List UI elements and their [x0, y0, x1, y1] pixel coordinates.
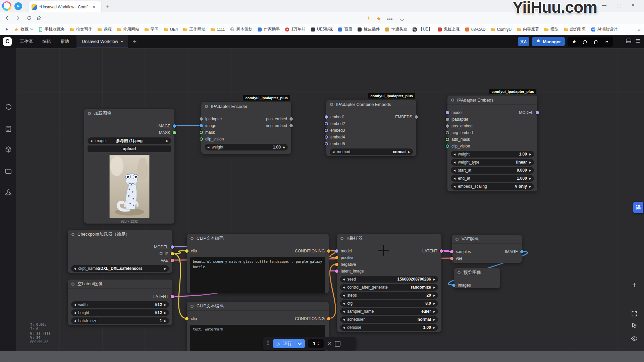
input-slot-model[interactable]: model: [340, 249, 352, 253]
workflow-tab[interactable]: Unsaved Workflow ●: [76, 35, 128, 48]
bottom-panel-toggle-icon[interactable]: [625, 38, 632, 46]
widget-control_after_generate[interactable]: ◀control_after_generaterandomize▶: [340, 284, 438, 291]
reload-icon[interactable]: [25, 14, 34, 22]
slot-dot-icon[interactable]: [446, 138, 449, 141]
bookmark-item[interactable]: 手机收藏夹: [38, 26, 65, 32]
slot-dot-icon[interactable]: [200, 131, 203, 134]
input-slot-embed1[interactable]: embed1: [330, 115, 345, 119]
input-slot-positive[interactable]: positive: [340, 255, 355, 260]
bookmark-item[interactable]: W【UE】: [412, 26, 432, 32]
widget-denoise[interactable]: ◀denoise1.00▶: [340, 324, 438, 331]
widget-method[interactable]: ◀methodconcat▶: [330, 148, 413, 155]
collapse-dot-icon[interactable]: [88, 112, 91, 115]
collapse-dot-icon[interactable]: [455, 238, 459, 241]
node-title[interactable]: 加载图像: [84, 109, 174, 118]
input-slot-images[interactable]: images: [458, 283, 471, 288]
queue-icon[interactable]: [4, 125, 12, 133]
input-slot-neg_embed[interactable]: neg_embed: [451, 130, 473, 135]
favorite-star-icon[interactable]: ★: [376, 15, 381, 22]
menu-workflow[interactable]: 工作流: [15, 35, 38, 48]
batch-count-stepper[interactable]: 1 ▲▼: [308, 339, 324, 348]
widget-left-arrow-icon[interactable]: ◀: [453, 153, 455, 156]
widget-prompt-text[interactable]: beautiful scenery nature glass bottle la…: [190, 257, 325, 293]
count-steppers[interactable]: ▲▼: [317, 342, 319, 346]
slot-dot-icon[interactable]: [200, 137, 203, 141]
widget-end_at[interactable]: ◀end_at1.000▶: [451, 175, 534, 182]
widget-right-arrow-icon[interactable]: ▶: [529, 185, 531, 188]
bookmark-item[interactable]: 03-CAD: [465, 27, 486, 32]
slot-dot-icon[interactable]: [452, 284, 455, 287]
bookmark-item[interactable]: 推文写作: [70, 26, 92, 32]
run-button[interactable]: ▷ 运行: [273, 339, 305, 348]
zoom-in-button[interactable]: +: [629, 280, 639, 290]
slot-dot-icon[interactable]: [325, 129, 328, 132]
widget-right-arrow-icon[interactable]: ▶: [529, 177, 531, 180]
lightning-icon[interactable]: [364, 14, 373, 22]
node-title[interactable]: VAE解码: [452, 235, 522, 244]
output-slot-pos_embed[interactable]: pos_embed: [266, 117, 287, 121]
manager-button[interactable]: Manager: [532, 37, 565, 46]
slot-dot-icon[interactable]: [335, 249, 338, 253]
input-slot-ipadapter[interactable]: ipadapter: [205, 117, 222, 121]
input-slot-clip_vision[interactable]: clip_vision: [205, 137, 224, 141]
node-load-image[interactable]: 加载图像IMAGEMASK◀image参考图 (1).png▶upload 92…: [84, 109, 174, 224]
widget-left-arrow-icon[interactable]: ◀: [453, 161, 455, 164]
input-slot-attn_mask[interactable]: attn_mask: [451, 137, 470, 142]
missing-nodes-icon[interactable]: [591, 37, 600, 46]
node-title[interactable]: 空Latent图像: [68, 280, 172, 289]
node-title[interactable]: IPAdapter Embeds: [447, 96, 537, 105]
widget-left-arrow-icon[interactable]: ◀: [343, 302, 345, 305]
comfy-logo[interactable]: C: [3, 37, 12, 46]
widget-sampler_name[interactable]: ◀sampler_nameeuler▶: [340, 308, 438, 315]
widget-right-arrow-icon[interactable]: ▶: [164, 303, 166, 306]
collapse-dot-icon[interactable]: [191, 305, 194, 308]
zoom-out-button[interactable]: −: [629, 296, 639, 306]
slot-dot-icon[interactable]: [289, 124, 293, 127]
fit-view-icon[interactable]: [629, 310, 639, 317]
bookmark-item[interactable]: 卡通头发: [385, 26, 407, 32]
input-slot-latent_image[interactable]: latent_image: [340, 269, 364, 274]
toggle-links-eye-icon[interactable]: [629, 335, 639, 342]
slot-dot-icon[interactable]: [325, 135, 328, 139]
slot-dot-icon[interactable]: [185, 249, 189, 253]
star-icon[interactable]: ★: [570, 37, 579, 46]
toolbar-chevron-icon[interactable]: [400, 16, 404, 22]
widget-embeds_scaling[interactable]: ◀embeds_scalingV only▶: [451, 183, 534, 190]
widget-left-arrow-icon[interactable]: ◀: [74, 319, 76, 322]
input-slot-ipadapter[interactable]: ipadapter: [451, 117, 468, 122]
bookmark-item[interactable]: 脚本策划: [230, 26, 252, 32]
collapse-dot-icon[interactable]: [71, 283, 74, 286]
slot-dot-icon[interactable]: [171, 295, 174, 298]
widget-seed[interactable]: ◀seed156680208700286▶: [340, 276, 438, 283]
slot-dot-icon[interactable]: [185, 317, 189, 320]
output-slot-CONDITIONING[interactable]: CONDITIONING: [295, 316, 325, 321]
slot-dot-icon[interactable]: [440, 249, 443, 253]
slot-dot-icon[interactable]: [327, 317, 330, 320]
share-plane-icon[interactable]: [14, 2, 22, 10]
stop-icon[interactable]: [335, 341, 340, 347]
node-title[interactable]: IPAdapter Encoder: [201, 102, 291, 111]
widget-weight[interactable]: ◀weight1.00▶: [205, 144, 288, 150]
input-slot-clip[interactable]: clip: [191, 249, 197, 253]
input-slot-embed4[interactable]: embed4: [330, 135, 345, 139]
node-empty-latent[interactable]: 空Latent图像LATENT◀width512▶◀height512▶◀bat…: [68, 280, 172, 325]
widget-cfg[interactable]: ◀cfg8.0▶: [340, 300, 438, 307]
slot-dot-icon[interactable]: [446, 118, 449, 121]
browser-mascot-icon[interactable]: [2, 1, 11, 11]
slot-dot-icon[interactable]: [446, 131, 449, 134]
model-library-icon[interactable]: [4, 145, 12, 154]
bookmark-item[interactable]: 橡皮插件: [357, 26, 380, 32]
slot-dot-icon[interactable]: [450, 250, 453, 253]
widget-left-arrow-icon[interactable]: ◀: [207, 146, 209, 149]
input-slot-clip[interactable]: clip: [191, 316, 197, 321]
menu-help[interactable]: 帮助: [56, 35, 74, 48]
output-slot-LATENT[interactable]: LATENT: [422, 249, 438, 253]
node-vae-decode[interactable]: VAE解码samplesIMAGEvae: [452, 235, 522, 263]
input-slot-embed5[interactable]: embed5: [330, 141, 345, 146]
widget-scheduler[interactable]: ◀schedulernormal▶: [340, 316, 438, 323]
widget-weight[interactable]: ◀weight1.00▶: [451, 151, 534, 158]
input-slot-model[interactable]: model: [451, 110, 463, 115]
output-slot-VAE[interactable]: VAE: [161, 258, 169, 263]
node-title[interactable]: CLIP文本编码: [187, 302, 329, 311]
input-slot-pos_embed[interactable]: pos_embed: [451, 124, 473, 128]
